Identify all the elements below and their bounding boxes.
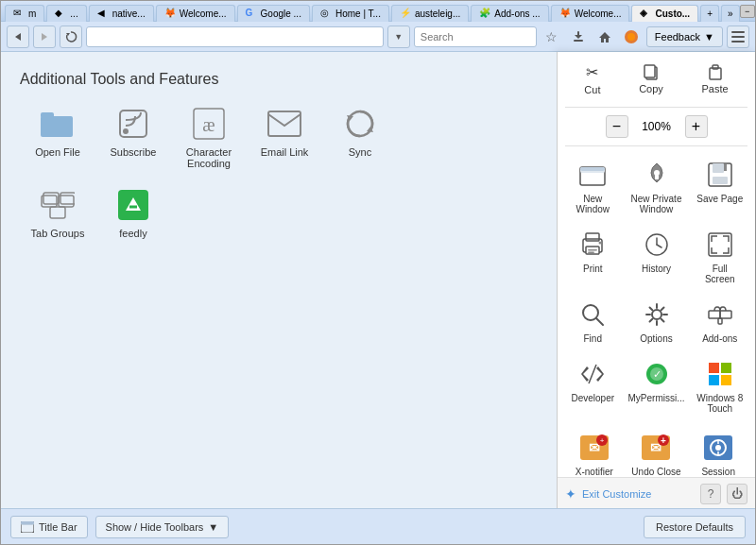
tool-open-file[interactable]: Open File xyxy=(20,107,95,169)
tab-welcome2[interactable]: 🦊 Welcome... xyxy=(551,5,630,22)
zoom-level-label: 100% xyxy=(638,120,676,133)
history-label: History xyxy=(642,264,671,274)
tab-favicon-2: ◆ xyxy=(55,8,66,19)
paste-button[interactable]: Paste xyxy=(694,60,735,99)
zoom-out-button[interactable]: − xyxy=(606,115,628,138)
my-permissions-label: MyPermissi... xyxy=(628,393,685,403)
undo-close-item[interactable]: ✉ + Undo Close xyxy=(627,427,686,477)
address-input[interactable] xyxy=(86,26,384,47)
bookmarks-star-icon[interactable]: ☆ xyxy=(541,26,563,48)
copy-button[interactable]: Copy xyxy=(631,60,671,99)
svg-rect-40 xyxy=(724,164,727,171)
full-screen-menu-item[interactable]: Full Screen xyxy=(693,224,748,290)
x-notifier-item[interactable]: ✉ + X-notifier xyxy=(565,427,624,477)
full-screen-label: Full Screen xyxy=(696,264,745,284)
plus-icon: ✦ xyxy=(565,486,576,502)
svg-rect-5 xyxy=(577,31,579,36)
restore-defaults-label: Restore Defaults xyxy=(656,521,733,533)
svg-rect-56 xyxy=(718,318,722,324)
win8-touch-menu-item[interactable]: Windows 8 Touch xyxy=(693,353,748,419)
show-hide-toolbars-button[interactable]: Show / Hide Toolbars ▼ xyxy=(95,516,230,538)
zoom-in-button[interactable]: + xyxy=(685,115,708,138)
tab-welcome1[interactable]: 🦊 Welcome... xyxy=(156,5,235,22)
home-icon[interactable] xyxy=(593,26,616,48)
tool-feedly[interactable]: feedly xyxy=(95,188,171,239)
feedback-label: Feedback xyxy=(655,31,700,43)
subscribe-icon xyxy=(116,107,150,141)
firefox-menu-icon[interactable] xyxy=(620,26,643,48)
tool-tab-groups[interactable]: Tab Groups xyxy=(20,188,95,239)
download-icon[interactable] xyxy=(567,26,590,48)
reload-button[interactable] xyxy=(60,26,82,48)
new-private-window-menu-item[interactable]: New Private Window xyxy=(625,154,689,220)
forward-button[interactable] xyxy=(33,26,56,48)
copy-icon xyxy=(643,63,660,80)
menu-grid: New Window New Private Window xyxy=(565,154,747,419)
power-button[interactable]: ⏻ xyxy=(727,484,747,504)
undo-close-label: Undo Close xyxy=(631,467,680,477)
tab-native[interactable]: ◀ native... xyxy=(89,5,154,22)
svg-rect-3 xyxy=(574,40,583,42)
tab-label-welcome1: Welcome... xyxy=(180,9,227,19)
tab-aus[interactable]: ⚡ austeleig... xyxy=(391,5,469,22)
tab-label-customize: Custo... xyxy=(655,9,690,19)
feedly-icon xyxy=(116,188,150,222)
feedback-button[interactable]: Feedback ▼ xyxy=(646,26,723,47)
tab-overflow[interactable]: » xyxy=(721,5,740,22)
full-screen-icon xyxy=(705,230,735,260)
session-manager-item[interactable]: Session Manager xyxy=(689,427,747,477)
restore-defaults-button[interactable]: Restore Defaults xyxy=(644,516,746,538)
search-input[interactable] xyxy=(414,26,537,47)
new-window-icon xyxy=(577,160,608,190)
my-permissions-menu-item[interactable]: ✓ MyPermissi... xyxy=(625,353,689,419)
options-menu-item[interactable]: Options xyxy=(625,294,689,349)
tab-google[interactable]: G Google ... xyxy=(237,5,310,22)
svg-text:+: + xyxy=(662,435,667,446)
paste-label: Paste xyxy=(701,83,728,94)
tab-gmail[interactable]: ✉ m xyxy=(5,5,44,22)
tab-addons[interactable]: 🧩 Add-ons ... xyxy=(471,5,548,22)
tab-label-native: native... xyxy=(112,9,146,19)
addons-icon xyxy=(705,299,735,330)
tool-subscribe[interactable]: Subscribe xyxy=(95,107,171,169)
developer-label: Developer xyxy=(571,393,614,403)
addons-menu-item[interactable]: Add-ons xyxy=(693,294,748,349)
new-window-menu-item[interactable]: New Window xyxy=(565,154,621,220)
print-menu-item[interactable]: Print xyxy=(565,224,621,290)
svg-marker-6 xyxy=(599,32,610,43)
tab-favicon-addons: 🧩 xyxy=(479,8,490,19)
tool-email-link[interactable]: Email Link xyxy=(247,107,322,169)
save-page-menu-item[interactable]: Save Page xyxy=(693,154,748,220)
title-bar-button[interactable]: Title Bar xyxy=(10,516,88,538)
browser-window: ✉ m ◆ ... ◀ native... 🦊 Welcome... G Goo… xyxy=(0,0,756,545)
hamburger-menu-button[interactable] xyxy=(727,26,749,48)
history-menu-item[interactable]: History xyxy=(625,224,689,290)
tab-customize[interactable]: ◈ Custo... xyxy=(631,5,698,22)
tab-favicon-aus: ⚡ xyxy=(400,8,411,19)
minimize-button[interactable]: − xyxy=(740,5,755,18)
svg-rect-29 xyxy=(644,65,655,77)
character-encoding-label: Character Encoding xyxy=(171,146,247,169)
tab-favicon-customize: ◈ xyxy=(640,8,651,19)
tool-character-encoding[interactable]: æ Character Encoding xyxy=(171,107,247,169)
exit-customize-button[interactable]: ✦ Exit Customize xyxy=(565,486,651,502)
svg-rect-39 xyxy=(713,177,728,184)
find-menu-item[interactable]: Find xyxy=(565,294,621,349)
dropdown-button[interactable]: ▼ xyxy=(387,26,410,48)
developer-menu-item[interactable]: Developer xyxy=(565,353,621,419)
popup-footer: ✦ Exit Customize ? ⏻ xyxy=(558,477,755,510)
help-button[interactable]: ? xyxy=(700,484,721,504)
tool-sync[interactable]: Sync xyxy=(322,107,398,169)
svg-rect-13 xyxy=(41,112,54,118)
tab-2[interactable]: ◆ ... xyxy=(46,5,86,22)
cut-button[interactable]: ✂ Cut xyxy=(576,60,608,99)
back-button[interactable] xyxy=(7,26,29,48)
popup-content: ✂ Cut Copy xyxy=(558,52,755,477)
options-label: Options xyxy=(640,333,672,344)
tab-home[interactable]: ◎ Home | T... xyxy=(312,5,389,22)
tab-new[interactable]: + xyxy=(700,5,719,22)
session-manager-icon xyxy=(703,433,733,463)
new-private-window-label: New Private Window xyxy=(628,194,685,214)
svg-rect-11 xyxy=(731,41,745,43)
svg-marker-0 xyxy=(15,33,21,41)
